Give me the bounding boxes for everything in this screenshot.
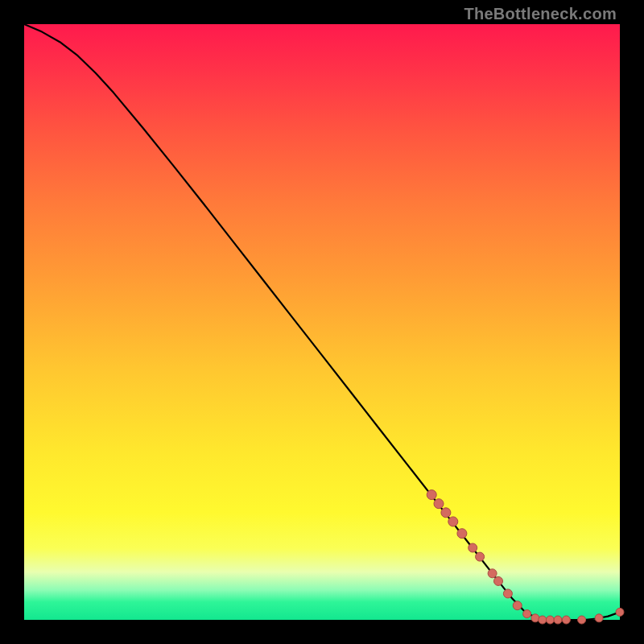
- data-point: [488, 569, 497, 578]
- bottleneck-curve: [24, 24, 620, 620]
- data-point: [513, 601, 522, 610]
- chart-area: [24, 24, 620, 620]
- data-point: [562, 616, 570, 624]
- data-point: [539, 616, 547, 624]
- data-point: [457, 529, 467, 539]
- data-point: [469, 543, 477, 552]
- data-point: [427, 490, 436, 500]
- data-point: [531, 614, 539, 622]
- data-point: [616, 608, 624, 616]
- data-point: [595, 614, 603, 622]
- watermark-text: TheBottleneck.com: [464, 5, 617, 23]
- data-point: [434, 499, 444, 509]
- data-point: [476, 552, 485, 561]
- data-markers: [427, 490, 624, 624]
- plot-svg: [24, 24, 620, 620]
- data-point: [494, 576, 503, 585]
- data-point: [578, 616, 586, 624]
- data-point: [448, 517, 458, 526]
- data-point: [503, 589, 512, 598]
- data-point: [523, 610, 531, 618]
- data-point: [554, 616, 562, 624]
- data-point: [441, 508, 451, 518]
- data-point: [546, 616, 554, 624]
